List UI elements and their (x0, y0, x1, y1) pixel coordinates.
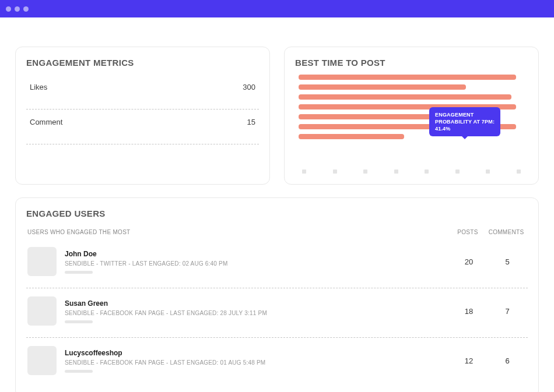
window-control-dot[interactable] (23, 6, 29, 12)
user-main: LucyscoffeeshopSENDIBLE - FACEBOOK FAN P… (57, 349, 450, 373)
window-titlebar (0, 0, 554, 17)
users-list: John DoeSENDIBLE - TWITTER - LAST ENGAGE… (26, 242, 528, 387)
user-posts-value: 18 (450, 307, 488, 316)
best-time-chart: ENGAGEMENT PROBABILITY AT 7PM: 41.4% (295, 75, 528, 159)
best-time-card: BEST TIME TO POST ENGAGEMENT PROBABILITY… (284, 47, 539, 185)
avatar (27, 296, 57, 326)
comments-column-header: COMMENTS (487, 229, 525, 235)
chart-x-tick (455, 169, 460, 174)
chart-x-tick (333, 169, 337, 174)
chart-x-tick (363, 169, 367, 174)
user-posts-value: 20 (450, 257, 488, 266)
user-posts-value: 12 (450, 356, 488, 365)
table-row[interactable]: Susan GreenSENDIBLE - FACEBOOK FAN PAGE … (26, 292, 528, 338)
chart-bar (299, 84, 466, 90)
users-header-row: USERS WHO ENGAGED THE MOST POSTS COMMENT… (26, 225, 528, 242)
metric-label: Comment (30, 118, 62, 126)
chart-x-tick (486, 169, 490, 174)
chart-bar (299, 134, 404, 139)
metric-value: 300 (243, 83, 255, 91)
user-progress-bar (65, 320, 93, 323)
card-title: ENGAGEMENT METRICS (26, 58, 259, 68)
chart-bar-row (299, 84, 528, 90)
user-meta: SENDIBLE - TWITTER - LAST ENGAGED: 02 AU… (65, 260, 450, 267)
avatar (27, 346, 57, 375)
avatar (27, 247, 57, 276)
user-name: Lucyscoffeeshop (65, 349, 450, 357)
card-title: BEST TIME TO POST (295, 58, 528, 68)
page-body: ENGAGEMENT METRICS Likes 300 Comment 15 … (0, 17, 554, 392)
users-subtitle: USERS WHO ENGAGED THE MOST (27, 229, 448, 235)
user-main: Susan GreenSENDIBLE - FACEBOOK FAN PAGE … (57, 299, 450, 323)
chart-bar-row (299, 94, 528, 100)
user-meta: SENDIBLE - FACEBOOK FAN PAGE - LAST ENGA… (65, 359, 450, 366)
metric-value: 15 (247, 118, 255, 126)
user-comments-value: 6 (488, 356, 527, 365)
chart-x-tick (517, 169, 521, 174)
chart-x-tick (302, 169, 306, 174)
tooltip-line: ENGAGEMENT (435, 111, 495, 118)
chart-bar (299, 94, 511, 100)
user-progress-bar (65, 370, 93, 373)
user-comments-value: 7 (488, 307, 527, 316)
metric-label: Likes (30, 83, 47, 91)
window-control-dot[interactable] (6, 6, 11, 12)
chart-tooltip: ENGAGEMENT PROBABILITY AT 7PM: 41.4% (429, 107, 500, 136)
table-row[interactable]: LucyscoffeeshopSENDIBLE - FACEBOOK FAN P… (26, 341, 528, 387)
window-control-dot[interactable] (15, 6, 20, 12)
table-row[interactable]: John DoeSENDIBLE - TWITTER - LAST ENGAGE… (26, 242, 528, 288)
engagement-metrics-card: ENGAGEMENT METRICS Likes 300 Comment 15 (15, 47, 270, 185)
tooltip-line: 41.4% (435, 125, 495, 132)
user-meta: SENDIBLE - FACEBOOK FAN PAGE - LAST ENGA… (65, 310, 450, 316)
user-progress-bar (65, 271, 93, 274)
chart-x-tick (425, 169, 429, 174)
user-name: John Doe (65, 250, 450, 258)
metric-row: Likes 300 (26, 75, 259, 110)
chart-x-tick (394, 169, 398, 174)
top-row: ENGAGEMENT METRICS Likes 300 Comment 15 … (15, 47, 539, 185)
chart-bar (299, 75, 516, 80)
chart-x-ticks (295, 169, 528, 174)
card-title: ENGAGED USERS (26, 209, 528, 218)
tooltip-line: PROBABILITY AT 7PM: (435, 118, 495, 125)
posts-column-header: POSTS (448, 229, 487, 235)
user-name: Susan Green (65, 299, 450, 308)
chart-bar-row (299, 75, 528, 80)
user-main: John DoeSENDIBLE - TWITTER - LAST ENGAGE… (57, 250, 450, 274)
engaged-users-card: ENGAGED USERS USERS WHO ENGAGED THE MOST… (15, 197, 539, 392)
metric-row: Comment 15 (26, 110, 259, 144)
user-comments-value: 5 (488, 257, 527, 266)
